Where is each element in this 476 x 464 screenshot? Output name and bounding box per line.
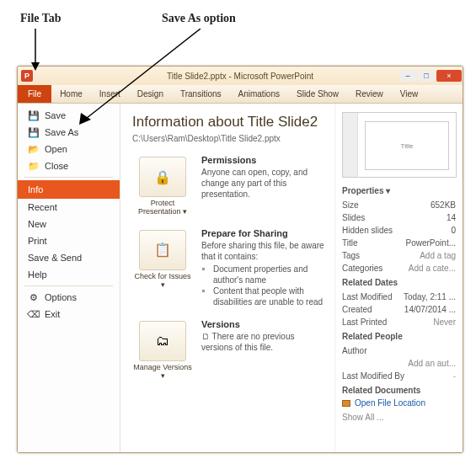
- prepare-body: Before sharing this file, be aware that …: [201, 240, 326, 307]
- menu-close[interactable]: 📁Close: [18, 157, 120, 174]
- prop-author-add[interactable]: Add an aut...: [342, 357, 456, 370]
- properties-heading[interactable]: Properties ▾: [342, 186, 456, 195]
- close-file-icon: 📁: [28, 160, 40, 172]
- tab-animations[interactable]: Animations: [230, 85, 288, 103]
- open-file-location-link[interactable]: Open File Location: [342, 398, 456, 408]
- menu-save-send[interactable]: Save & Send: [18, 249, 120, 266]
- menu-options[interactable]: ⚙Options: [18, 289, 120, 306]
- exit-icon: ⌫: [28, 308, 40, 320]
- prop-tags[interactable]: TagsAdd a tag: [342, 249, 456, 262]
- prop-size: Size652KB: [342, 199, 456, 211]
- app-window: P Title Slide2.pptx - Microsoft PowerPoi…: [17, 66, 463, 453]
- related-dates-heading: Related Dates: [342, 278, 456, 287]
- save-icon: 💾: [28, 109, 40, 121]
- backstage-view: 💾Save 💾Save As 📂Open 📁Close Info Recent …: [18, 104, 463, 452]
- file-tab[interactable]: File: [18, 85, 51, 103]
- menu-open[interactable]: 📂Open: [18, 141, 120, 157]
- versions-body: 🗋 There are no previous versions of this…: [201, 331, 326, 353]
- options-icon: ⚙: [28, 291, 40, 303]
- annotation-file-tab: File Tab: [20, 12, 62, 25]
- slide-thumbnail[interactable]: Title: [342, 112, 457, 178]
- lock-icon: 🔒: [154, 169, 171, 185]
- tab-slideshow[interactable]: Slide Show: [288, 85, 347, 103]
- checklist-icon: 📋: [154, 242, 171, 258]
- prop-hidden: Hidden slides0: [342, 224, 456, 237]
- prop-author[interactable]: Author: [342, 344, 456, 357]
- menu-new[interactable]: New: [18, 216, 120, 232]
- related-docs-heading: Related Documents: [342, 386, 456, 395]
- protect-presentation-button[interactable]: 🔒 Protect Presentation ▾: [132, 155, 193, 216]
- menu-info[interactable]: Info: [18, 180, 120, 199]
- menu-print[interactable]: Print: [18, 232, 120, 249]
- tab-home[interactable]: Home: [51, 85, 91, 103]
- prop-categories[interactable]: CategoriesAdd a cate...: [342, 262, 456, 275]
- versions-section: 🗂 Manage Versions ▾ Versions 🗋 There are…: [132, 319, 326, 381]
- open-icon: 📂: [28, 143, 40, 155]
- prop-created: Created14/07/2014 ...: [342, 303, 456, 316]
- tab-transitions[interactable]: Transitions: [172, 85, 230, 103]
- save-as-icon: 💾: [28, 126, 40, 138]
- prepare-sharing-section: 📋 Check for Issues ▾ Prepare for Sharing…: [132, 228, 326, 307]
- related-people-heading: Related People: [342, 332, 456, 341]
- properties-pane: Title Properties ▾ Size652KB Slides14 Hi…: [334, 104, 463, 452]
- permissions-heading: Permissions: [201, 155, 326, 165]
- close-button[interactable]: ×: [436, 70, 462, 82]
- annotation-save-as: Save As option: [162, 12, 236, 25]
- menu-save[interactable]: 💾Save: [18, 107, 120, 124]
- menu-save-as[interactable]: 💾Save As: [18, 124, 120, 141]
- permissions-section: 🔒 Protect Presentation ▾ Permissions Any…: [132, 155, 326, 216]
- prop-title[interactable]: TitlePowerPoint...: [342, 237, 456, 249]
- powerpoint-icon: P: [21, 70, 33, 82]
- tab-view[interactable]: View: [392, 85, 427, 103]
- tab-design[interactable]: Design: [129, 85, 172, 103]
- tab-insert[interactable]: Insert: [91, 85, 129, 103]
- versions-icon: 🗂: [156, 333, 169, 349]
- menu-exit[interactable]: ⌫Exit: [18, 306, 120, 323]
- info-title: Information about Title Slide2: [132, 114, 326, 131]
- backstage-menu: 💾Save 💾Save As 📂Open 📁Close Info Recent …: [18, 104, 120, 452]
- folder-icon: [342, 400, 350, 407]
- prop-last-modified: Last ModifiedToday, 2:11 ...: [342, 291, 456, 303]
- show-all-link[interactable]: Show All ...: [342, 411, 456, 424]
- info-panel: Information about Title Slide2 C:\Users\…: [120, 104, 334, 452]
- menu-recent[interactable]: Recent: [18, 199, 120, 216]
- prop-last-modified-by: Last Modified By-: [342, 370, 456, 382]
- check-issues-button[interactable]: 📋 Check for Issues ▾: [132, 228, 193, 307]
- prop-last-printed: Last PrintedNever: [342, 316, 456, 328]
- info-path: C:\Users\Ram\Desktop\Title Slide2.pptx: [132, 134, 326, 143]
- prepare-heading: Prepare for Sharing: [201, 228, 326, 238]
- tab-review[interactable]: Review: [347, 85, 392, 103]
- minimize-button[interactable]: –: [399, 70, 416, 82]
- titlebar: P Title Slide2.pptx - Microsoft PowerPoi…: [18, 67, 463, 85]
- ribbon-tabs: File Home Insert Design Transitions Anim…: [18, 85, 463, 104]
- prop-slides: Slides14: [342, 211, 456, 224]
- manage-versions-button[interactable]: 🗂 Manage Versions ▾: [132, 319, 193, 381]
- window-title: Title Slide2.pptx - Microsoft PowerPoint: [167, 72, 313, 81]
- permissions-body: Anyone can open, copy, and change any pa…: [201, 167, 326, 200]
- maximize-button[interactable]: □: [418, 70, 435, 82]
- versions-heading: Versions: [201, 319, 326, 329]
- menu-help[interactable]: Help: [18, 266, 120, 283]
